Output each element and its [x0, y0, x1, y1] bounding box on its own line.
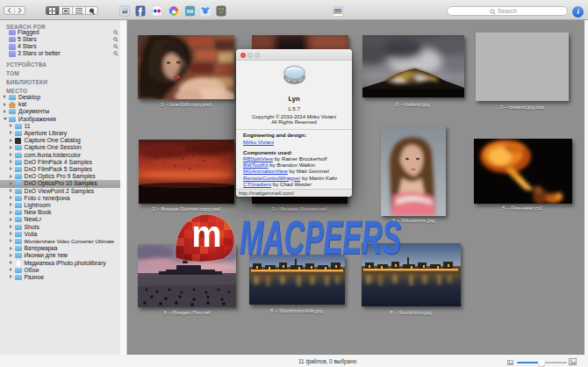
- svg-text:500: 500: [187, 10, 194, 14]
- svg-text:MACPEERS: MACPEERS: [240, 212, 401, 263]
- svg-text:m: m: [192, 212, 222, 255]
